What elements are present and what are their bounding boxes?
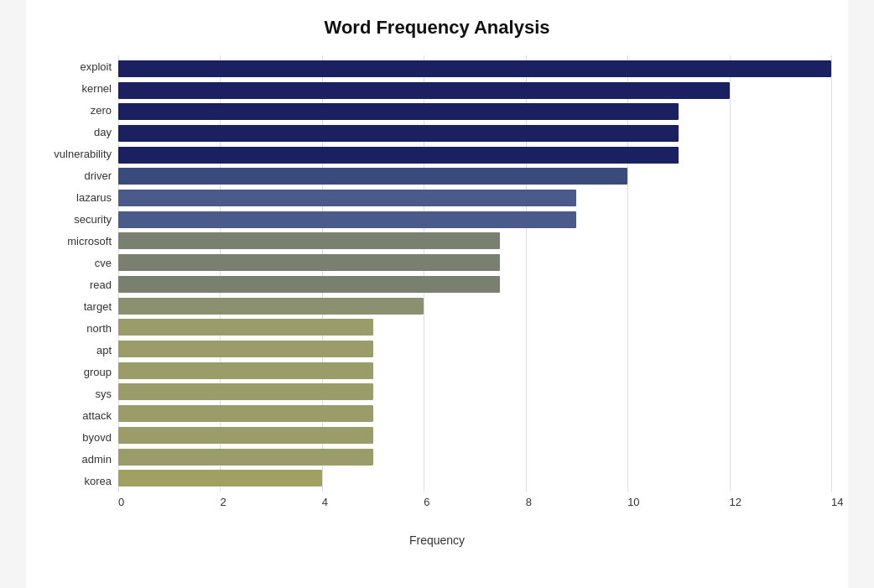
y-label: read <box>43 273 118 295</box>
bar <box>118 103 679 120</box>
bars-and-grid <box>118 55 831 492</box>
bar-row <box>118 81 831 100</box>
y-label: kernel <box>43 77 118 99</box>
y-label: vulnerability <box>43 143 118 164</box>
y-label: driver <box>43 164 118 186</box>
bar <box>118 82 730 99</box>
chart-title: Word Frequency Analysis <box>43 17 831 39</box>
bar-row <box>118 60 831 78</box>
y-label: group <box>43 361 118 382</box>
y-label: security <box>43 208 118 230</box>
bar <box>118 211 576 228</box>
chart-container: Word Frequency Analysis exploitkernelzer… <box>26 0 848 588</box>
bar-row <box>118 232 831 251</box>
y-label: attack <box>43 404 118 426</box>
bar-row <box>118 448 831 466</box>
bar <box>118 232 500 249</box>
bar-row <box>118 102 831 121</box>
bar-row <box>118 297 831 315</box>
y-label: admin <box>43 448 118 470</box>
bar-row <box>118 340 831 358</box>
bar-row <box>118 253 831 272</box>
y-label: north <box>43 317 118 339</box>
bar <box>118 362 373 379</box>
chart-area: exploitkernelzerodayvulnerabilitydriverl… <box>43 55 831 547</box>
bar-row <box>118 275 831 294</box>
grid-line <box>831 55 832 492</box>
y-label: cve <box>43 252 118 273</box>
bar <box>118 319 373 336</box>
y-label: korea <box>43 470 118 492</box>
bar <box>118 190 576 206</box>
y-label: byovd <box>43 426 118 448</box>
y-label: day <box>43 121 118 143</box>
bar-row <box>118 318 831 336</box>
bar <box>118 405 373 422</box>
plot-area: exploitkernelzerodayvulnerabilitydriverl… <box>43 55 831 492</box>
bar-row <box>118 211 831 229</box>
bar-row <box>118 146 831 164</box>
bar <box>118 147 679 164</box>
x-axis-area: 02468101214 <box>118 492 831 525</box>
bar <box>118 341 373 357</box>
bar <box>118 125 679 142</box>
bar <box>118 254 500 271</box>
bar-row <box>118 124 831 143</box>
y-label: apt <box>43 339 118 361</box>
y-label: lazarus <box>43 186 118 208</box>
x-axis-title: Frequency <box>43 533 831 547</box>
bar-row <box>118 404 831 423</box>
bar-row <box>118 383 831 402</box>
bar-row <box>118 189 831 207</box>
bars-container <box>118 55 831 492</box>
bar-row <box>118 362 831 380</box>
y-label: sys <box>43 382 118 404</box>
bar-row <box>118 469 831 487</box>
bar <box>118 276 500 293</box>
y-labels: exploitkernelzerodayvulnerabilitydriverl… <box>43 55 118 492</box>
y-label: target <box>43 295 118 317</box>
y-label: exploit <box>43 55 118 77</box>
bar <box>118 168 627 185</box>
bar <box>118 427 373 444</box>
bar <box>118 470 322 487</box>
bar <box>118 449 373 466</box>
bar-row <box>118 168 831 186</box>
bar <box>118 60 831 77</box>
bar <box>118 298 424 315</box>
bar <box>118 383 373 400</box>
bar-row <box>118 426 831 445</box>
y-label: microsoft <box>43 230 118 252</box>
y-label: zero <box>43 99 118 121</box>
